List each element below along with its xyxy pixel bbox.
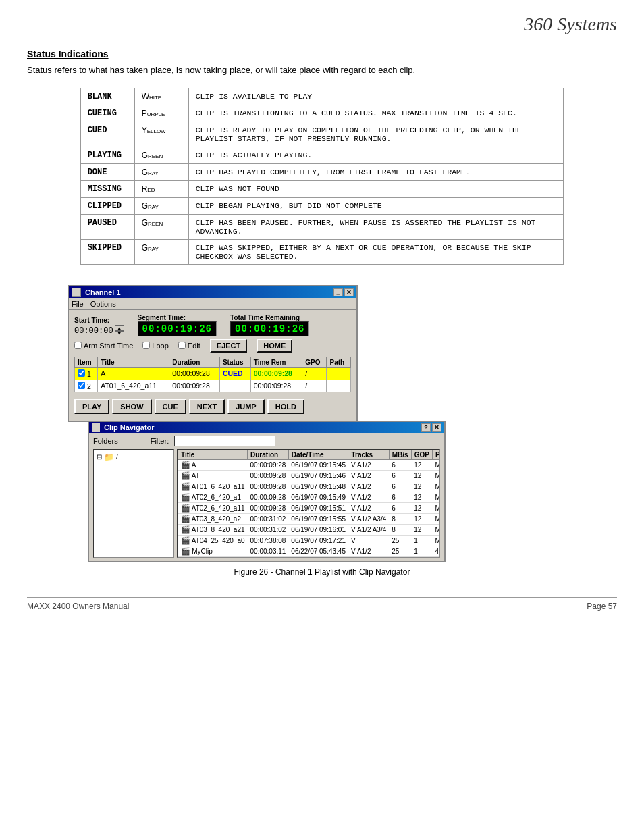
folders-label: Folders [93,437,118,445]
clip-datetime: 06/19/07 09:15:48 [288,481,348,492]
clip-row[interactable]: 🎬 AT02_6_420_a1 00:00:09:28 06/19/07 09:… [178,492,441,502]
clip-tracks: V A1/2 [348,546,389,556]
folder-root[interactable]: ⊟ 📁 / [97,452,171,462]
edit-label: Edit [188,342,200,350]
playlist-cell-status: CUED [219,367,250,380]
clip-row[interactable]: 🎬 AT03_8_420_a2 00:00:31:02 06/19/07 09:… [178,513,441,524]
channel-window: Channel 1 _ ✕ File Options Start Time: 0… [68,285,358,422]
clip-gop: 12 [411,459,432,470]
clip-mbs: 6 [389,492,411,502]
company-logo: 360 Systems [524,14,617,35]
figure-caption: Figure 26 - Channel 1 Playlist with Clip… [27,567,617,577]
clip-name: 🎬 A [178,459,248,470]
clip-row[interactable]: 🎬 AT02_6_420_a11 00:00:09:28 06/19/07 09… [178,502,441,513]
clip-row[interactable]: 🎬 A 00:00:09:28 06/19/07 09:15:45 V A1/2… [178,459,441,470]
playlist-column-header: Path [327,357,351,367]
spinner-up[interactable]: ▲ [115,325,124,331]
clip-row[interactable]: 🎬 MyClip 00:00:03:11 06/22/07 05:43:45 V… [178,546,441,556]
hold-button[interactable]: HOLD [267,399,304,414]
spinner-down[interactable]: ▼ [115,331,124,336]
loop-checkbox-input[interactable] [142,342,150,349]
arm-start-time-checkbox[interactable]: Arm Start Time [74,342,133,350]
clip-mbs: 8 [389,524,411,535]
playlist-cell-duration: 00:00:09:28 [169,367,220,380]
clip-tracks: V A1/2 A3/4 [348,524,389,535]
clip-name: 🎬 AT [178,470,248,481]
clip-row[interactable]: 🎬 AT01_6_420_a11 00:00:09:28 06/19/07 09… [178,481,441,492]
clip-datetime: 06/19/07 09:15:49 [288,492,348,502]
clip-datetime: 06/19/07 09:15:51 [288,502,348,513]
status-color: Gray [134,197,188,214]
clip-name: 🎬 AT03_8_420_a2 [178,513,248,524]
edit-checkbox[interactable]: Edit [178,342,200,350]
clip-gop: 12 [411,492,432,502]
show-button[interactable]: SHOW [112,399,151,414]
folder-root-label: / [116,453,118,461]
playlist-cell-gpo: / [302,367,327,380]
status-name: DONE [80,163,134,180]
status-name: BLANK [80,88,134,105]
status-table-row: DONE Gray CLIP HAS PLAYED COMPLETELY, FR… [80,163,564,180]
home-button[interactable]: HOME [257,339,292,353]
status-color: White [134,88,188,105]
close-button[interactable]: ✕ [344,288,354,296]
clip-mbs: 8 [389,513,411,524]
loop-checkbox[interactable]: Loop [142,342,168,350]
status-indications-table: BLANK White CLIP IS AVAILABLE TO PLAY CU… [80,88,564,265]
clip-tracks: V [348,535,389,546]
menu-options[interactable]: Options [90,300,116,308]
clip-tracks: V A1/2 [348,492,389,502]
clip-tracks: V A1/2 [348,481,389,492]
clip-navigator-title: Clip Navigator [104,423,155,432]
clip-p: M [432,535,440,546]
arm-checkbox-input[interactable] [74,342,82,349]
clip-name: 🎬 AT03_8_420_a21 [178,524,248,535]
playlist-cell-path [327,367,351,380]
clip-gop: 12 [411,513,432,524]
play-button[interactable]: PLAY [74,399,109,414]
total-time-label: Total Time Remaining [230,314,309,321]
edit-checkbox-input[interactable] [178,342,186,349]
eject-button[interactable]: EJECT [210,339,247,353]
status-table-row: CLIPPED Gray CLIP BEGAN PLAYING, BUT DID… [80,197,564,214]
clip-duration: 00:00:09:28 [248,481,289,492]
clip-p: M [432,481,440,492]
clip-nav-help-button[interactable]: ? [421,423,431,432]
clip-row[interactable]: 🎬 AT04_25_420_a0 00:07:38:08 06/19/07 09… [178,535,441,546]
section-title: Status Indications [27,49,617,59]
clip-row[interactable]: 🎬 AT 00:00:09:28 06/19/07 09:15:46 V A1/… [178,470,441,481]
total-time-display: 00:00:19:26 [230,321,309,336]
channel-menu: File Options [69,298,356,310]
menu-file[interactable]: File [72,300,84,308]
playlist-cell-check: 2 [75,380,98,392]
clips-column-header: Tracks [348,450,389,459]
clip-name: 🎬 AT04_25_420_a0 [178,535,248,546]
playlist-column-header: Item [75,357,98,367]
jump-button[interactable]: JUMP [227,399,265,414]
footer-left: MAXX 2400 Owners Manual [27,602,129,611]
clip-p: M [432,459,440,470]
clips-column-header: P [432,450,440,459]
clip-duration: 00:00:31:02 [248,524,289,535]
clip-p: M [432,513,440,524]
cue-button[interactable]: CUE [155,399,186,414]
clip-duration: 00:00:09:28 [248,470,289,481]
status-color: Purple [134,105,188,122]
minimize-button[interactable]: _ [333,288,343,296]
filter-input[interactable] [174,436,275,446]
clip-nav-close-button[interactable]: ✕ [432,423,441,432]
folder-icon: 📁 [104,452,114,462]
channel-titlebar: Channel 1 _ ✕ [69,286,356,298]
status-table-row: CUEING Purple CLIP IS TRANSITIONING TO A… [80,105,564,122]
clip-name: 🎬 AT01_6_420_a11 [178,481,248,492]
clip-duration: 00:00:09:28 [248,502,289,513]
clip-datetime: 06/19/07 09:16:01 [288,524,348,535]
clip-duration: 00:07:38:08 [248,535,289,546]
start-time-value: 00:00:00 [74,326,113,336]
clip-p: M [432,502,440,513]
next-button[interactable]: NEXT [189,399,225,414]
clip-tracks: V A1/2 A3/4 [348,513,389,524]
clip-row[interactable]: 🎬 AT03_8_420_a21 00:00:31:02 06/19/07 09… [178,524,441,535]
clip-datetime: 06/22/07 05:43:45 [288,546,348,556]
clip-gop: 12 [411,524,432,535]
